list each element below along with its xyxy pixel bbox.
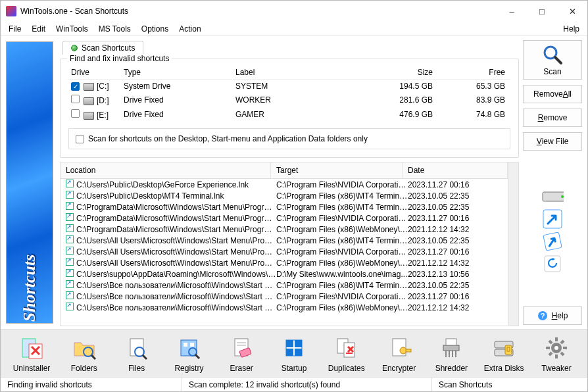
- result-date: 2023.10.05 22:35: [408, 281, 502, 290]
- tool-files[interactable]: Files: [112, 335, 161, 373]
- close-button[interactable]: ✕: [557, 1, 587, 22]
- result-row[interactable]: C:\Users\All Users\Microsoft\Windows\Sta…: [61, 246, 508, 257]
- result-date: 2023.11.27 00:16: [408, 180, 502, 189]
- tool-folders[interactable]: Folders: [60, 335, 109, 373]
- view-file-button[interactable]: View File: [523, 132, 582, 151]
- result-date: 2023.10.05 22:35: [408, 236, 502, 245]
- svg-line-57: [561, 341, 564, 343]
- drive-row[interactable]: [E:]Drive FixedGAMER476.9 GB74.8 GB: [68, 107, 510, 122]
- tool-registry[interactable]: Registry: [164, 335, 213, 373]
- result-target: C:\Program Files (x86)\MT4 Termina...: [276, 281, 408, 290]
- result-row[interactable]: C:\Users\Все пользователи\Microsoft\Wind…: [61, 280, 508, 291]
- maximize-button[interactable]: □: [527, 1, 557, 22]
- tool-label: Folders: [71, 364, 97, 373]
- scan-button-label: Scan: [543, 67, 561, 76]
- result-row[interactable]: C:\Users\All Users\Microsoft\Windows\Sta…: [61, 235, 508, 246]
- svg-line-17: [143, 355, 147, 359]
- result-target: C:\Program Files (x86)\WebMoney\U...: [276, 225, 408, 234]
- status-left: Finding invalid shortcuts: [1, 378, 182, 391]
- drive-header-label: Label: [235, 68, 354, 77]
- startup-icon: [281, 335, 307, 361]
- result-location: C:\Users\All Users\Microsoft\Windows\Sta…: [76, 236, 276, 245]
- svg-text:?: ?: [540, 312, 545, 320]
- remove-all-button[interactable]: Remove All: [523, 85, 582, 103]
- scan-button[interactable]: Scan: [523, 40, 582, 80]
- results-scrollbar[interactable]: [508, 162, 518, 326]
- result-target: C:\Program Files\NVIDIA Corporatio...: [276, 247, 408, 257]
- tool-tweaker[interactable]: Tweaker: [532, 335, 581, 373]
- drive-checkbox[interactable]: [71, 109, 80, 118]
- files-icon: [124, 335, 150, 361]
- result-date: 2023.11.27 00:16: [408, 214, 502, 223]
- drive-type: System Drive: [124, 82, 235, 91]
- result-row[interactable]: C:\Users\All Users\Microsoft\Windows\Sta…: [61, 257, 508, 268]
- result-row[interactable]: C:\Users\Public\Desktop\GeForce Experien…: [61, 179, 508, 190]
- minimize-button[interactable]: –: [497, 1, 527, 22]
- results-header-date[interactable]: Date: [403, 162, 508, 178]
- app-window: WinTools.one - Scan Shortcuts – □ ✕ File…: [0, 0, 588, 392]
- svg-rect-41: [446, 339, 456, 345]
- result-date: 2021.12.12 14:32: [408, 225, 502, 234]
- menu-mstools[interactable]: MS Tools: [93, 23, 136, 35]
- result-location: C:\Users\suppo\AppData\Roaming\Microsoft…: [76, 270, 276, 279]
- tool-label: Eraser: [230, 364, 253, 373]
- result-target: C:\Program Files (x86)\MT4 Termina...: [276, 191, 408, 201]
- result-row[interactable]: C:\Users\Все пользователи\Microsoft\Wind…: [61, 302, 508, 313]
- menu-file[interactable]: File: [3, 23, 26, 35]
- svg-rect-29: [295, 340, 302, 347]
- results-panel: Location Target Date C:\Users\Public\Des…: [60, 162, 519, 326]
- drive-type: Drive Fixed: [124, 110, 235, 119]
- result-date: 2023.11.27 00:16: [408, 292, 502, 301]
- shortcut-arrow-icon: [541, 210, 564, 228]
- drive-header-free: Free: [433, 68, 505, 77]
- drive-type: Drive Fixed: [124, 95, 235, 105]
- tool-shredder[interactable]: Shredder: [427, 335, 476, 373]
- drive-header-drive: Drive: [71, 68, 124, 77]
- menu-wintools[interactable]: WinTools: [51, 23, 93, 35]
- tool-startup[interactable]: Startup: [270, 335, 318, 373]
- tool-encrypter[interactable]: Encrypter: [375, 335, 424, 373]
- drive-checkbox[interactable]: [71, 95, 80, 103]
- svg-rect-2: [543, 192, 564, 201]
- registry-icon: [176, 335, 202, 361]
- drive-header-size: Size: [354, 68, 433, 77]
- result-location: C:\Users\Все пользователи\Microsoft\Wind…: [76, 303, 276, 312]
- shortcut-file-icon: [66, 280, 74, 288]
- results-header-target[interactable]: Target: [271, 162, 403, 178]
- results-list[interactable]: C:\Users\Public\Desktop\GeForce Experien…: [61, 179, 508, 326]
- result-row[interactable]: C:\Users\suppo\AppData\Roaming\Microsoft…: [61, 268, 508, 280]
- shortcut-file-icon: [66, 303, 74, 310]
- shortcut-arrow2-icon: [539, 230, 565, 252]
- result-target: C:\Program Files (x86)\MT4 Termina...: [276, 236, 408, 245]
- tool-extradisks[interactable]: Extra Disks: [479, 335, 528, 373]
- scan-scope-option[interactable]: Scan for shortcuts on the Desktop, Start…: [68, 128, 510, 149]
- tool-duplicates[interactable]: Duplicates: [322, 335, 371, 373]
- tool-label: Registry: [174, 364, 203, 373]
- drive-checkbox[interactable]: ✓: [71, 82, 80, 91]
- result-row[interactable]: C:\ProgramData\Microsoft\Windows\Start M…: [61, 224, 508, 235]
- tool-eraser[interactable]: Eraser: [217, 335, 266, 373]
- menu-help[interactable]: Help: [558, 23, 585, 35]
- drive-row[interactable]: [D:]Drive FixedWORKER281.6 GB83.9 GB: [68, 93, 510, 107]
- result-row[interactable]: C:\ProgramData\Microsoft\Windows\Start M…: [61, 212, 508, 224]
- result-row[interactable]: C:\ProgramData\Microsoft\Windows\Start M…: [61, 201, 508, 212]
- results-header-location[interactable]: Location: [61, 162, 271, 178]
- result-row[interactable]: C:\Users\Public\Desktop\MT4 Terminal.lnk…: [61, 190, 508, 201]
- drive-name: [C:]: [97, 82, 109, 91]
- shortcut-file-icon: [66, 235, 74, 243]
- tool-label: Duplicates: [328, 364, 365, 373]
- menu-edit[interactable]: Edit: [26, 23, 51, 35]
- tool-label: Uninstaller: [13, 364, 51, 373]
- encrypter-icon: [386, 335, 412, 361]
- help-button[interactable]: ? Help: [523, 306, 582, 325]
- drive-row[interactable]: ✓[C:]System DriveSYSTEM194.5 GB65.3 GB: [68, 80, 510, 93]
- menu-options[interactable]: Options: [136, 23, 174, 35]
- menu-action[interactable]: Action: [174, 23, 206, 35]
- tool-uninstaller[interactable]: Uninstaller: [7, 335, 56, 373]
- remove-button[interactable]: Remove: [523, 109, 582, 127]
- scan-scope-checkbox[interactable]: [76, 135, 84, 143]
- status-center: Scan complete: 12 invalid shortcut(s) fo…: [182, 378, 432, 391]
- tab-scan-shortcuts[interactable]: Scan Shortcuts: [62, 41, 143, 55]
- titlebar: WinTools.one - Scan Shortcuts – □ ✕: [1, 1, 587, 22]
- result-row[interactable]: C:\Users\Все пользователи\Microsoft\Wind…: [61, 291, 508, 302]
